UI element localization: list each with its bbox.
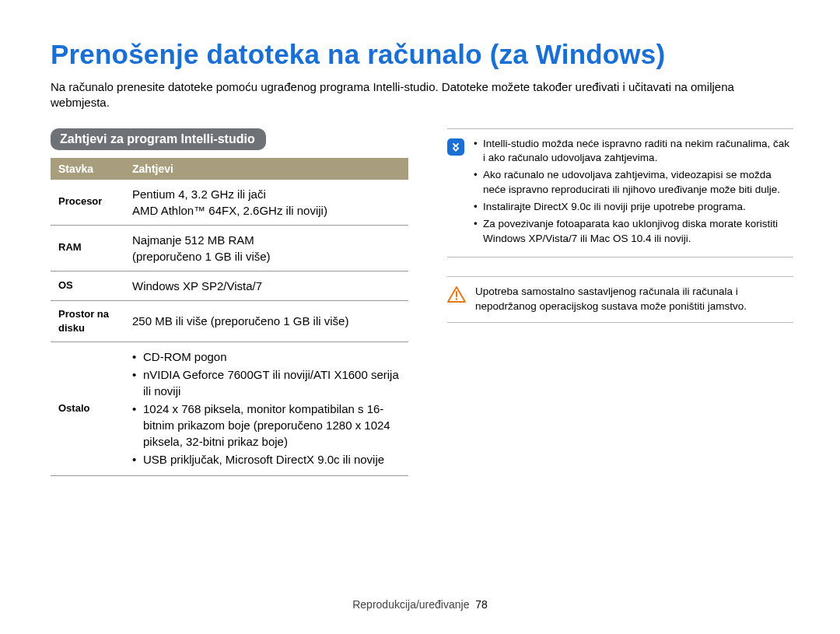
row-value: 250 MB ili više (preporučeno 1 GB ili vi…	[124, 300, 408, 342]
table-row: RAM Najmanje 512 MB RAM (preporučeno 1 G…	[51, 225, 408, 271]
list-item: Instalirajte DirectX 9.0c ili noviji pri…	[474, 200, 793, 215]
section-heading: Zahtjevi za program Intelli-studio	[51, 128, 266, 150]
warning-text: Upotreba samostalno sastavljenog računal…	[475, 285, 793, 314]
list-item: 1024 x 768 piksela, monitor kompatibilan…	[132, 401, 401, 450]
row-label: Ostalo	[51, 342, 124, 475]
info-icon	[447, 138, 464, 156]
warning-icon	[447, 286, 466, 303]
row-value: Najmanje 512 MB RAM (preporučeno 1 GB il…	[124, 225, 408, 271]
row-label: Prostor na disku	[51, 300, 124, 342]
list-item: CD-ROM pogon	[132, 349, 401, 365]
row-value: CD-ROM pogon nVIDIA Geforce 7600GT ili n…	[124, 342, 408, 475]
right-column: Intelli-studio možda neće ispravno radit…	[447, 128, 793, 342]
th-req: Zahtjevi	[124, 158, 408, 180]
content-columns: Zahtjevi za program Intelli-studio Stavk…	[51, 128, 793, 476]
row-label: Procesor	[51, 180, 124, 226]
info-note-box: Intelli-studio možda neće ispravno radit…	[447, 128, 793, 257]
footer-section: Reprodukcija/uređivanje	[352, 598, 469, 611]
ostalo-list: CD-ROM pogon nVIDIA Geforce 7600GT ili n…	[132, 349, 401, 468]
row-value: Pentium 4, 3.2 GHz ili jači AMD Athlon™ …	[124, 180, 408, 226]
footer-page-number: 78	[475, 598, 488, 611]
row-label: OS	[51, 271, 124, 300]
table-row: Ostalo CD-ROM pogon nVIDIA Geforce 7600G…	[51, 342, 408, 475]
warning-note-box: Upotreba samostalno sastavljenog računal…	[447, 276, 793, 323]
list-item: Za povezivanje fotoaparata kao uklonjivo…	[474, 217, 793, 247]
page-title: Prenošenje datoteka na računalo (za Wind…	[51, 39, 793, 70]
left-column: Zahtjevi za program Intelli-studio Stavk…	[51, 128, 408, 476]
th-item: Stavka	[51, 158, 124, 180]
row-value: Windows XP SP2/Vista/7	[124, 271, 408, 300]
requirements-table: Stavka Zahtjevi Procesor Pentium 4, 3.2 …	[51, 158, 408, 476]
svg-point-2	[456, 298, 458, 300]
list-item: nVIDIA Geforce 7600GT ili noviji/ATI X16…	[132, 366, 401, 399]
page-intro: Na računalo prenesite datoteke pomoću ug…	[51, 79, 793, 111]
page-footer: Reprodukcija/uređivanje 78	[0, 598, 840, 611]
table-row: Prostor na disku 250 MB ili više (prepor…	[51, 300, 408, 342]
list-item: USB priključak, Microsoft DirectX 9.0c i…	[132, 451, 401, 468]
info-note-list: Intelli-studio možda neće ispravno radit…	[474, 137, 793, 249]
table-row: OS Windows XP SP2/Vista/7	[51, 271, 408, 300]
list-item: Ako računalo ne udovoljava zahtjevima, v…	[474, 168, 793, 198]
list-item: Intelli-studio možda neće ispravno radit…	[474, 137, 793, 166]
table-row: Procesor Pentium 4, 3.2 GHz ili jači AMD…	[51, 180, 408, 226]
row-label: RAM	[51, 225, 124, 271]
